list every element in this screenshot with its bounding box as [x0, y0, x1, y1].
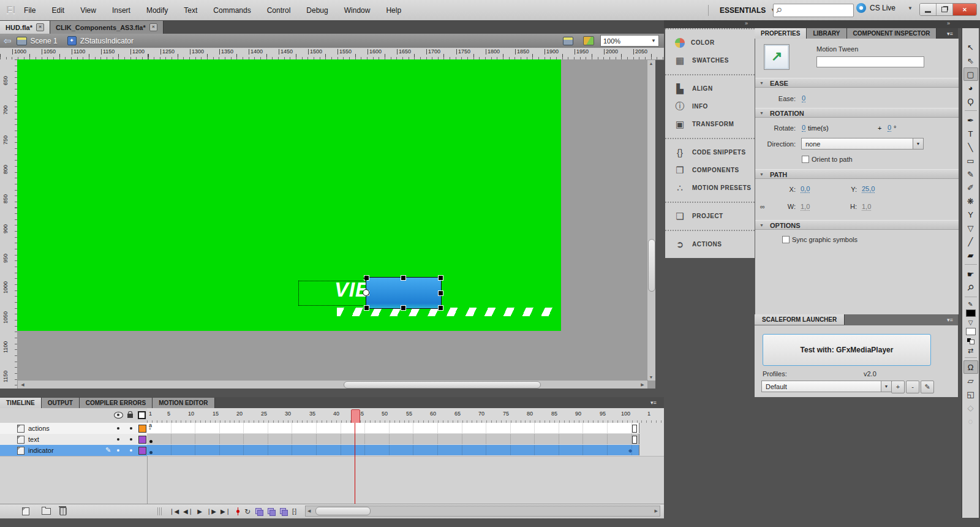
direction-select[interactable]: none ▼ — [801, 138, 924, 150]
menu-item[interactable]: Debug — [306, 6, 328, 15]
panel-tab[interactable]: SCALEFORM LAUNCHER — [755, 314, 845, 325]
workspace-switcher[interactable]: ESSENTIALS ▼ — [702, 5, 775, 16]
swap-colors-button[interactable]: ⇄ — [963, 346, 978, 355]
menu-item[interactable]: Help — [386, 6, 401, 15]
section-header-options[interactable]: OPTIONS — [755, 220, 959, 230]
collapse-to-icons-icon[interactable]: » — [947, 20, 949, 26]
3d-rotation-tool[interactable]: ◕ — [963, 81, 978, 94]
layer-name[interactable]: text — [28, 436, 39, 443]
section-header-path[interactable]: PATH — [755, 169, 959, 179]
fill-color-swatch[interactable] — [966, 328, 976, 335]
frame-span[interactable]: a ° — [147, 423, 639, 433]
add-profile-button[interactable]: + — [891, 381, 905, 393]
layer-outline-color-swatch[interactable] — [138, 436, 146, 444]
free-transform-tool[interactable]: ▢ — [963, 67, 978, 81]
restore-button[interactable] — [937, 4, 953, 15]
search-box[interactable]: ⚲ — [773, 4, 854, 17]
timeline-horizontal-scrollbar[interactable]: ◀ ▶ — [305, 506, 660, 517]
scrollbar-thumb[interactable] — [315, 507, 371, 515]
panel-menu-icon[interactable]: ▾≡ — [947, 317, 953, 323]
frames-row-actions[interactable]: a ° — [147, 423, 664, 434]
cs-live[interactable]: CS Live ▼ — [856, 3, 913, 13]
black-and-white-button[interactable] — [967, 338, 974, 344]
instance-name-input[interactable] — [816, 56, 924, 67]
layer-name[interactable]: actions — [28, 425, 50, 432]
scrollbar-thumb[interactable] — [648, 239, 655, 292]
selected-movie-clip[interactable] — [366, 277, 442, 309]
snap-to-objects-toggle[interactable]: Ω — [963, 360, 978, 374]
menu-item[interactable]: Control — [267, 6, 291, 15]
stage-horizontal-scrollbar[interactable]: ◀ ▶ — [17, 380, 648, 389]
panel-button-motion-presets[interactable]: ∴ MOTION PRESETS — [665, 179, 755, 197]
tab-compiler-errors[interactable]: COMPILER ERRORS — [80, 398, 153, 408]
transform-handle[interactable] — [364, 305, 369, 311]
modify-markers-button[interactable]: [·] — [292, 508, 296, 515]
scroll-left-icon[interactable]: ◀ — [307, 509, 311, 514]
edit-profile-button[interactable]: ✎ — [921, 381, 934, 393]
tab-properties[interactable]: PROPERTIES — [755, 28, 807, 39]
layer-visibility-dot[interactable] — [117, 438, 119, 441]
panel-button-actions[interactable]: ➲ ACTIONS — [665, 235, 755, 253]
menu-item[interactable]: View — [80, 6, 96, 15]
frames-row-text[interactable] — [147, 434, 664, 445]
line-tool[interactable]: ╲ — [963, 140, 978, 154]
step-forward-button[interactable]: ❘▶ — [206, 508, 216, 515]
pen-tool[interactable]: ✒ — [963, 113, 978, 127]
brush-tool[interactable]: ✐ — [963, 181, 978, 194]
profile-select[interactable]: Default ▼ — [761, 381, 892, 392]
go-to-first-frame-button[interactable]: ❘◀ — [169, 508, 179, 515]
transform-handle[interactable] — [401, 305, 406, 311]
layer-row-indicator[interactable]: indicator ✎ — [0, 445, 148, 457]
tab-library[interactable]: LIBRARY — [807, 28, 846, 39]
section-header-rotation[interactable]: ROTATION — [755, 108, 959, 118]
orient-to-path-checkbox[interactable] — [802, 156, 809, 163]
search-input[interactable] — [784, 6, 842, 15]
menu-item[interactable]: File — [24, 6, 36, 15]
sync-graphic-symbols-checkbox[interactable] — [782, 236, 790, 243]
go-to-last-frame-button[interactable]: ▶❘ — [221, 508, 230, 515]
edit-multiple-frames-button[interactable] — [280, 508, 287, 515]
transform-handle[interactable] — [401, 275, 406, 281]
doc-tab-hud[interactable]: HUD.fla* × — [0, 21, 50, 34]
link-width-height-icon[interactable]: ∞ — [760, 203, 763, 210]
menu-item[interactable]: Modify — [146, 6, 168, 15]
layer-row-actions[interactable]: actions — [0, 423, 148, 434]
layer-visibility-dot[interactable] — [117, 427, 119, 430]
remove-profile-button[interactable]: - — [906, 381, 919, 393]
panel-menu-icon[interactable]: ▾≡ — [650, 400, 657, 406]
frames-row-indicator[interactable]: ◆ — [147, 445, 664, 457]
tab-motion-editor[interactable]: MOTION EDITOR — [153, 398, 214, 408]
panel-button-align[interactable]: ▙ ALIGN — [665, 80, 755, 97]
text-tool[interactable]: T — [963, 127, 978, 140]
panel-button-swatches[interactable]: ▦ SWATCHES — [665, 51, 755, 69]
x-value[interactable]: 0,0 — [801, 186, 810, 193]
outline-all-layers-icon[interactable] — [138, 411, 146, 419]
envelope-option[interactable]: ◌ — [963, 414, 978, 428]
loop-button[interactable]: ↻ — [244, 507, 251, 516]
panel-menu-icon[interactable]: ▾≡ — [947, 31, 953, 37]
stage-canvas[interactable]: VIE ✛ — [17, 59, 561, 331]
edit-symbols-button[interactable] — [583, 36, 594, 45]
frame-ruler[interactable]: 1510152025303540455055606570758085909510… — [147, 408, 664, 423]
new-folder-button[interactable] — [42, 508, 51, 515]
ease-value[interactable]: 0 — [802, 95, 805, 102]
menu-item[interactable]: Insert — [112, 6, 130, 15]
stroke-color-swatch[interactable] — [966, 309, 976, 317]
show-hide-all-layers-icon[interactable] — [114, 412, 123, 419]
panel-button-project[interactable]: ❏ PROJECT — [665, 207, 755, 225]
layer-lock-dot[interactable] — [130, 449, 132, 452]
tab-component-inspector[interactable]: COMPONENT INSPECTOR — [847, 28, 937, 39]
pencil-tool[interactable]: ✎ — [963, 167, 978, 181]
stage-vertical-scrollbar[interactable]: ▲ ▼ — [647, 59, 655, 381]
deco-tool[interactable]: ❋ — [963, 194, 978, 208]
new-layer-button[interactable] — [22, 507, 29, 515]
panel-button-color[interactable]: COLOR — [665, 34, 755, 51]
rotate-angle-value[interactable]: 0 — [888, 124, 891, 132]
scroll-right-icon[interactable]: ▶ — [655, 509, 658, 514]
collapse-to-icons-icon[interactable]: » — [745, 20, 747, 26]
rotate-skew-option[interactable]: ▱ — [963, 374, 978, 387]
motion-tween-span[interactable]: ◆ — [147, 445, 639, 455]
close-tab-icon[interactable]: × — [36, 23, 44, 31]
delete-layer-button[interactable] — [59, 507, 67, 515]
eyedropper-tool[interactable]: ╱ — [963, 235, 978, 248]
